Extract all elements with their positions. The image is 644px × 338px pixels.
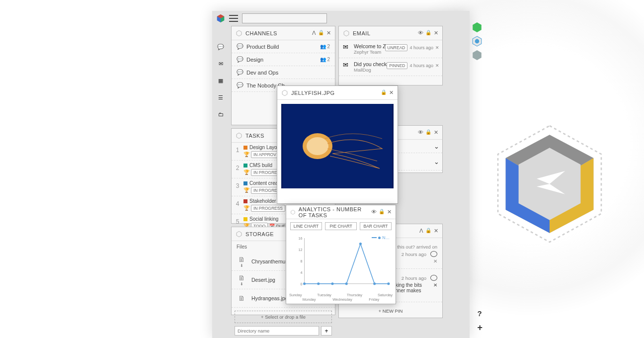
svg-marker-17 [237, 133, 242, 138]
tab-bar-chart[interactable]: BAR CHART [360, 222, 392, 230]
eye-icon[interactable]: 👁 [418, 129, 424, 136]
svg-text:12: 12 [299, 248, 303, 252]
menu-icon[interactable] [229, 15, 238, 22]
channel-item[interactable]: 💬Product Build👥2 [232, 40, 335, 53]
add-directory-button[interactable]: + [321, 326, 332, 336]
dismiss-icon[interactable]: ✕ [435, 45, 439, 50]
svg-marker-16 [344, 30, 349, 36]
left-rail: 💬 ✉ ▦ ☰ 🗀 [212, 26, 229, 338]
email-panel: EMAIL 👁🔒✕ ✉ Welcome to Ze… Zephyr Team U… [338, 26, 443, 85]
status-hex-grey[interactable] [472, 50, 483, 61]
lock-icon[interactable]: 🔒 [425, 30, 432, 36]
comment-bubble-icon[interactable] [430, 251, 437, 257]
jellyfish-image [281, 104, 394, 188]
tab-line-chart[interactable]: LINE CHART [290, 222, 322, 230]
download-icon[interactable]: ⬇ [240, 282, 243, 286]
svg-point-32 [317, 282, 320, 285]
panel-hex-icon [236, 132, 242, 139]
directory-name-input[interactable] [235, 326, 319, 336]
close-icon[interactable]: ✕ [387, 209, 392, 215]
svg-rect-20 [283, 104, 392, 188]
collapse-icon[interactable]: ᐱ [312, 30, 317, 36]
close-icon[interactable]: ✕ [434, 30, 439, 36]
dismiss-icon[interactable]: ✕ [433, 282, 437, 299]
eye-icon[interactable]: 👁 [371, 209, 377, 215]
svg-marker-18 [237, 231, 242, 237]
chart-plot: N… 0481216 [290, 233, 392, 293]
collapse-icon[interactable]: ᐱ [419, 228, 424, 234]
svg-point-36 [373, 282, 376, 285]
dismiss-icon[interactable]: ✕ [433, 258, 437, 264]
lock-icon[interactable]: 🔒 [318, 30, 324, 36]
status-hex-green[interactable] [472, 22, 483, 33]
tab-pie-chart[interactable]: PIE CHART [325, 222, 357, 230]
svg-point-22 [307, 137, 328, 155]
close-icon[interactable]: ✕ [389, 89, 394, 96]
svg-point-31 [303, 282, 306, 285]
envelope-icon: ✉ [343, 43, 352, 51]
svg-marker-23 [291, 210, 295, 214]
users-icon: 👥 [320, 57, 326, 62]
svg-text:4: 4 [301, 271, 303, 275]
analytics-title: ANALYTICS - NUMBER OF TASKS [299, 206, 371, 218]
dismiss-icon[interactable]: ✕ [435, 63, 439, 68]
rail-mail-icon[interactable]: ✉ [217, 61, 224, 68]
users-icon: 👥 [320, 44, 326, 49]
analytics-modal: ANALYTICS - NUMBER OF TASKS 👁🔒✕ LINE CHA… [286, 205, 396, 304]
envelope-icon: ✉ [343, 61, 352, 69]
chevron-down-icon[interactable]: ⌄ [434, 143, 439, 150]
file-icon: 🗎 [238, 274, 245, 282]
svg-marker-15 [237, 30, 242, 36]
close-icon[interactable]: ✕ [434, 129, 439, 136]
status-badge: UNREAD [385, 44, 408, 51]
modal-title: JELLYFISH.JPG [291, 90, 335, 96]
panel-hex-icon [343, 30, 350, 37]
panel-hex-icon [236, 231, 242, 238]
rail-grid-icon[interactable]: ▦ [217, 78, 224, 84]
lock-icon[interactable]: 🔒 [425, 129, 432, 136]
rail-folder-icon[interactable]: 🗀 [217, 111, 224, 118]
svg-point-37 [387, 282, 390, 285]
lock-icon[interactable]: 🔒 [381, 89, 387, 96]
add-icon[interactable]: + [477, 323, 483, 333]
help-icon[interactable]: ? [477, 309, 483, 318]
rail-chat-icon[interactable]: 💬 [217, 44, 224, 51]
download-icon[interactable]: ⬇ [240, 263, 243, 268]
svg-text:16: 16 [299, 237, 303, 241]
panel-hex-icon [236, 30, 242, 37]
svg-text:0: 0 [301, 282, 303, 286]
background-hex-logo [485, 119, 614, 249]
rail-list-icon[interactable]: ☰ [217, 94, 224, 101]
status-badge: PINNED [387, 62, 407, 69]
comment-bubble-icon[interactable] [430, 275, 437, 281]
chart-legend: N… [372, 235, 390, 240]
file-icon: 🗎 [238, 255, 245, 263]
app-logo-icon [216, 14, 225, 23]
close-icon[interactable]: ✕ [326, 30, 331, 36]
panel-hex-icon [290, 209, 296, 216]
svg-marker-19 [282, 90, 287, 95]
email-item[interactable]: ✉ Did you check t… MailDog PINNED4 hours… [339, 58, 442, 76]
email-title: EMAIL [353, 30, 371, 36]
channel-item[interactable]: 💬Dev and Ops [232, 66, 335, 79]
svg-marker-11 [473, 22, 482, 32]
search-input[interactable] [242, 13, 327, 23]
topbar [212, 11, 470, 26]
eye-icon[interactable]: 👁 [418, 30, 424, 36]
new-pin-button[interactable]: + NEW PIN [339, 305, 442, 317]
drop-zone[interactable]: + Select or drop a file [235, 311, 332, 323]
close-icon[interactable]: ✕ [434, 228, 439, 234]
storage-title: STORAGE [245, 231, 274, 237]
image-preview-modal: JELLYFISH.JPG 🔒✕ [277, 85, 398, 204]
svg-marker-14 [473, 50, 482, 60]
lock-icon[interactable]: 🔒 [379, 209, 385, 215]
panel-hex-icon [281, 89, 288, 96]
svg-point-33 [331, 282, 333, 285]
status-hex-blue[interactable] [472, 36, 483, 47]
email-item[interactable]: ✉ Welcome to Ze… Zephyr Team UNREAD4 hou… [339, 40, 442, 58]
svg-point-13 [475, 39, 480, 44]
chevron-down-icon[interactable]: ⌄ [434, 158, 439, 166]
tasks-title: TASKS [245, 133, 264, 139]
lock-icon[interactable]: 🔒 [425, 228, 432, 234]
channel-item[interactable]: 💬Design👥2 [232, 53, 335, 66]
